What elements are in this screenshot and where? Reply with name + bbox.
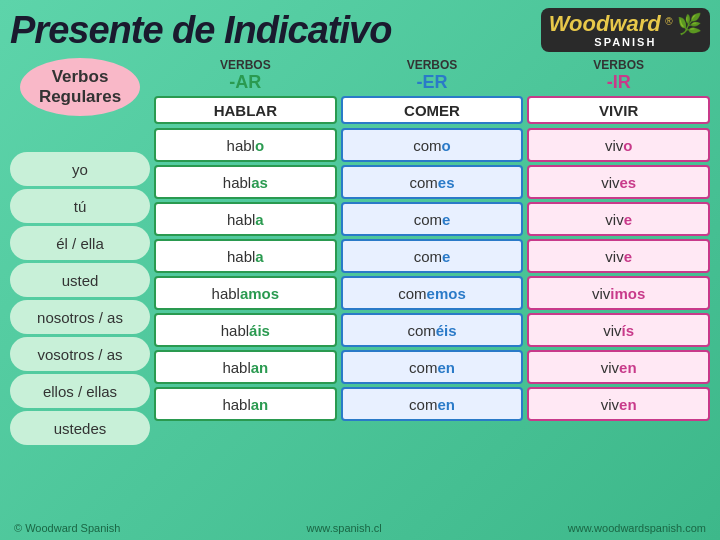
ar-form-ellos: hablan bbox=[154, 350, 337, 384]
er-form-yo: como bbox=[341, 128, 524, 162]
logo-brand: Woodward bbox=[549, 11, 661, 36]
ir-header: VERBOS -IR bbox=[527, 58, 710, 94]
ir-label: VERBOS bbox=[593, 58, 644, 72]
ar-form-usted: habla bbox=[154, 239, 337, 273]
pronoun-ellos: ellos / ellas bbox=[10, 374, 150, 408]
pronoun-vosotros: vosotros / as bbox=[10, 337, 150, 371]
ar-header: VERBOS -AR bbox=[154, 58, 337, 94]
ar-form-yo: hablo bbox=[154, 128, 337, 162]
pronoun-column: VerbosRegulares yo tú él / ella usted no… bbox=[10, 58, 150, 516]
ar-column: VERBOS -AR HABLAR hablo hablas habla hab… bbox=[154, 58, 337, 516]
logo-spanish: SPANISH bbox=[549, 36, 702, 48]
er-suffix: -ER bbox=[417, 72, 448, 94]
ar-form-el: habla bbox=[154, 202, 337, 236]
header: Presente de Indicativo Woodward ® 🌿 SPAN… bbox=[10, 8, 710, 52]
ir-suffix: -IR bbox=[607, 72, 631, 94]
er-header: VERBOS -ER bbox=[341, 58, 524, 94]
er-form-tu: comes bbox=[341, 165, 524, 199]
page-title: Presente de Indicativo bbox=[10, 9, 391, 52]
footer-right: www.woodwardspanish.com bbox=[568, 522, 706, 534]
ar-form-vosotros: habláis bbox=[154, 313, 337, 347]
pronoun-yo: yo bbox=[10, 152, 150, 186]
er-form-ellos: comen bbox=[341, 350, 524, 384]
pronoun-ustedes: ustedes bbox=[10, 411, 150, 445]
ir-verb-name: VIVIR bbox=[527, 96, 710, 124]
er-form-ustedes: comen bbox=[341, 387, 524, 421]
footer-left: © Woodward Spanish bbox=[14, 522, 120, 534]
pronoun-tu: tú bbox=[10, 189, 150, 223]
er-label: VERBOS bbox=[407, 58, 458, 72]
er-form-usted: come bbox=[341, 239, 524, 273]
pronoun-spacer bbox=[10, 122, 150, 150]
logo: Woodward ® 🌿 SPANISH bbox=[541, 8, 710, 52]
ir-form-ellos: viven bbox=[527, 350, 710, 384]
pronoun-nosotros: nosotros / as bbox=[10, 300, 150, 334]
er-verb-name: COMER bbox=[341, 96, 524, 124]
pronoun-usted: usted bbox=[10, 263, 150, 297]
ar-label: VERBOS bbox=[220, 58, 271, 72]
ir-form-ustedes: viven bbox=[527, 387, 710, 421]
ar-verb-name: HABLAR bbox=[154, 96, 337, 124]
ar-form-ustedes: hablan bbox=[154, 387, 337, 421]
er-form-nosotros: comemos bbox=[341, 276, 524, 310]
ir-form-el: vive bbox=[527, 202, 710, 236]
er-column: VERBOS -ER COMER como comes come come co… bbox=[341, 58, 524, 516]
footer-center: www.spanish.cl bbox=[306, 522, 381, 534]
footer: © Woodward Spanish www.spanish.cl www.wo… bbox=[10, 520, 710, 536]
ar-suffix: -AR bbox=[229, 72, 261, 94]
ir-form-vosotros: vivís bbox=[527, 313, 710, 347]
ir-form-nosotros: vivimos bbox=[527, 276, 710, 310]
ir-column: VERBOS -IR VIVIR vivo vives vive vive vi… bbox=[527, 58, 710, 516]
logo-leaf-icon: 🌿 bbox=[677, 13, 702, 35]
ir-form-usted: vive bbox=[527, 239, 710, 273]
logo-reg: ® bbox=[665, 16, 672, 27]
ar-form-nosotros: hablamos bbox=[154, 276, 337, 310]
er-form-el: come bbox=[341, 202, 524, 236]
verbos-regulares-header: VerbosRegulares bbox=[20, 58, 140, 116]
pronoun-el-ella: él / ella bbox=[10, 226, 150, 260]
ir-form-yo: vivo bbox=[527, 128, 710, 162]
page: Presente de Indicativo Woodward ® 🌿 SPAN… bbox=[0, 0, 720, 540]
er-form-vosotros: coméis bbox=[341, 313, 524, 347]
ir-form-tu: vives bbox=[527, 165, 710, 199]
main-grid: VerbosRegulares yo tú él / ella usted no… bbox=[10, 58, 710, 516]
ar-form-tu: hablas bbox=[154, 165, 337, 199]
